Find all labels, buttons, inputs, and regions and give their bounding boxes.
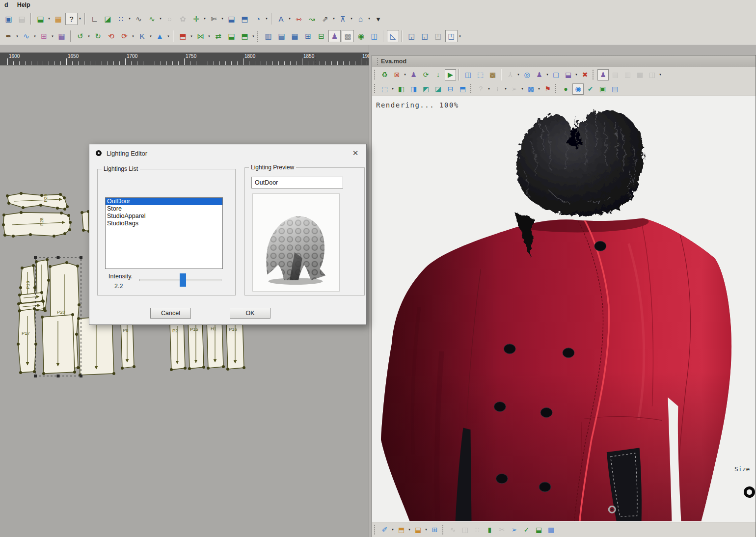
toolbar-grip[interactable] [374,83,376,94]
page-stack-icon[interactable]: ⬓ [412,524,424,536]
fabric-roll-icon[interactable]: ▮ [484,524,495,536]
cloth-table1-icon[interactable]: ▤ [610,69,621,81]
page-table-icon-dropdown[interactable]: ▾ [251,34,255,38]
cube-texture2-icon[interactable]: ◨ [408,83,419,95]
fabric-swatch-icon[interactable]: ▩ [342,30,354,42]
cube-3d2-icon[interactable]: ◪ [432,83,444,95]
help-icon[interactable]: ? [65,13,78,25]
3d-window-titlebar[interactable]: Eva.mod [372,55,756,67]
pleat-icon[interactable]: ⇗ [319,13,331,25]
page-update-icon[interactable]: ⬓ [225,30,238,42]
copy-piece-icon[interactable]: ⊞ [38,30,50,42]
mirror-triangle-icon[interactable]: ▲ [154,30,166,42]
box-select-icon[interactable]: ⬚ [475,69,486,81]
page-stack-icon-dropdown[interactable]: ▾ [424,528,428,532]
panel-grid-icon[interactable]: ∷ [472,524,483,536]
lighting-preview-name-field[interactable] [251,177,343,188]
save-state-icon-dropdown[interactable]: ▾ [574,73,578,77]
snapshot-icon[interactable]: ▣ [597,83,608,95]
globe-icon[interactable]: ◔ [252,13,264,25]
pattern-piece-P28[interactable]: P28 [2,211,72,238]
import-piece-icon[interactable]: ⬓ [34,13,47,25]
cut-disabled-icon[interactable]: ✂ [496,524,508,536]
globe-icon-dropdown[interactable]: ▾ [265,17,269,21]
validate-icon[interactable]: ✔ [585,83,596,95]
export-green-icon[interactable]: ⬓ [533,524,544,536]
select-area-icon-dropdown[interactable]: ▾ [391,87,395,91]
pattern-piece-P29[interactable]: P29 [6,192,69,211]
cube-3d1-icon[interactable]: ◩ [420,83,432,95]
cloth-table3-icon[interactable]: ▦ [634,69,646,81]
lasso-icon[interactable]: ≀ [492,83,503,95]
history-icon[interactable]: ? [475,83,486,95]
cancel-button[interactable]: Cancel [150,308,191,319]
pattern-piece-P16[interactable]: P16 [225,318,245,371]
avatars-icon[interactable]: ♟ [534,69,545,81]
pen-measure-icon-dropdown[interactable]: ▾ [391,528,395,532]
page-export-icon[interactable]: ⬒ [396,524,407,536]
camera-icon[interactable]: ▤ [609,83,621,95]
texture-map-icon-dropdown[interactable]: ▾ [537,87,541,91]
page-notch-icon[interactable]: ⬒ [239,13,251,25]
page-export-icon-dropdown[interactable]: ▾ [407,528,411,532]
stamp-icon[interactable]: ○ [163,13,176,25]
intensity-slider-thumb[interactable] [180,273,186,287]
sphere-view-icon[interactable]: ◉ [572,83,584,95]
pattern-piece-P2[interactable]: P2 [168,319,187,371]
bucket-icon[interactable]: ⬒ [457,83,468,95]
add-point-icon[interactable]: ✛ [190,13,202,25]
axis-icon-dropdown[interactable]: ▾ [516,73,520,77]
pen-measure-icon[interactable]: ✐ [379,524,390,536]
select-area-icon[interactable]: ⬚ [379,83,390,95]
measure-arm-icon-dropdown[interactable]: ▾ [288,17,292,21]
fullscreen-icon[interactable]: ✖ [579,69,591,81]
cloth-table2-icon[interactable]: ▥ [622,69,633,81]
lasso-icon-dropdown[interactable]: ▾ [504,87,508,91]
rotate-align-icon[interactable]: ⟳ [118,30,131,42]
menu-item-d[interactable]: d [0,0,13,10]
point-list-icon-dropdown[interactable]: ▾ [128,17,132,21]
shape-house-icon-dropdown[interactable]: ▾ [367,17,371,21]
grade-table-icon[interactable]: ▥ [262,30,274,42]
pattern-piece1-icon[interactable]: ◲ [405,30,418,42]
pattern-piece4-icon[interactable]: ◳ [445,30,458,42]
pattern-piece-H1[interactable]: H1 [205,317,225,370]
node-edit-icon[interactable]: ∿ [20,30,32,42]
add-point-icon-dropdown[interactable]: ▾ [203,17,207,21]
avatars-icon-dropdown[interactable]: ▾ [545,73,549,77]
help-icon-dropdown[interactable]: ▾ [78,17,82,21]
reload-icon[interactable]: ⟳ [420,69,432,81]
pattern-piece-P15[interactable]: P15 [187,318,205,370]
cut-piece-icon[interactable]: ✄ [208,13,220,25]
copy-icon[interactable]: ▣ [2,13,15,25]
save-state-icon[interactable]: ⬓ [563,69,574,81]
calc-table-icon[interactable]: ⊟ [315,30,327,42]
rotate-align-icon-dropdown[interactable]: ▾ [131,34,135,38]
plugin-grid-icon[interactable]: ▦ [52,13,64,25]
group-box-icon[interactable]: ▦ [55,30,68,42]
colorway-icon[interactable]: ◉ [355,30,367,42]
width-measure-icon[interactable]: ⇿ [293,13,305,25]
render-settings-icon[interactable]: ◎ [521,69,533,81]
measure-table-icon[interactable]: ▦ [289,30,301,42]
mirror-triangle-icon-dropdown[interactable]: ▾ [166,34,170,38]
fabric-add-icon[interactable]: ▩ [487,69,498,81]
ok-button[interactable]: OK [230,308,270,319]
rotate-small-icon-dropdown[interactable]: ▾ [87,34,91,38]
lighting-list-item-store[interactable]: Store [106,205,222,213]
pattern-piece3-icon[interactable]: ◰ [432,30,444,42]
axis-icon[interactable]: ⅄ [505,69,516,81]
link-measure-icon[interactable]: ∿ [447,524,459,536]
view-3d-icon[interactable]: ◫ [368,30,380,42]
fold-page-icon-dropdown[interactable]: ▾ [189,34,193,38]
pin-icon[interactable]: ⚑ [542,83,553,95]
pleat-icon-dropdown[interactable]: ▾ [332,17,336,21]
toolbar-grip[interactable] [555,83,557,94]
import-piece-icon-dropdown[interactable]: ▾ [47,17,51,21]
flower-icon[interactable]: ✿ [177,13,189,25]
projector-icon-dropdown[interactable]: ▾ [658,73,662,77]
pen-tool-icon-dropdown[interactable]: ▾ [15,34,19,38]
lighting-list-item-studioapparel[interactable]: StudioApparel [106,213,222,220]
menu-item-help[interactable]: Help [13,0,35,10]
curve-smooth-icon[interactable]: ∿ [133,13,145,25]
